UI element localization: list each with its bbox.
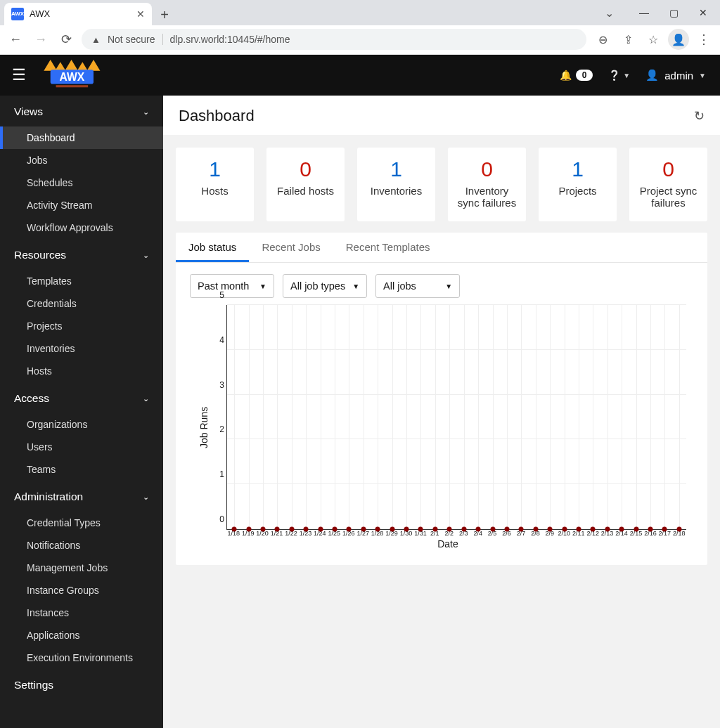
awx-logo[interactable]: AWX [39,59,105,91]
user-icon: 👤 [645,69,659,82]
chart-point [562,527,567,532]
card-label: Projects [546,185,610,197]
summary-card-inventory-sync-failures[interactable]: 0Inventory sync failures [448,148,526,221]
close-window-button[interactable]: ✕ [689,3,717,22]
sidebar-section-settings[interactable]: Settings [0,669,163,700]
chevron-down-icon: ▼ [445,282,452,290]
chart-y-tick: 0 [212,514,224,524]
sidebar-item-applications[interactable]: Applications [0,624,163,646]
separator [162,34,163,45]
hamburger-icon[interactable]: ☰ [7,66,31,84]
help-menu[interactable]: ❔ ▼ [608,70,630,81]
sidebar-section-resources[interactable]: Resources⌄ [0,239,163,270]
address-bar[interactable]: ▲ Not secure dlp.srv.world:10445/#/home [82,29,586,50]
window-controls: ⌄ — ▢ ✕ [595,3,717,22]
sidebar-item-instances[interactable]: Instances [0,602,163,624]
profile-avatar-icon[interactable]: 👤 [668,29,689,50]
close-icon[interactable]: ✕ [136,8,145,20]
notifications-button[interactable]: 🔔 0 [560,70,593,81]
tab-recent-templates[interactable]: Recent Templates [333,233,443,262]
sidebar-item-dashboard[interactable]: Dashboard [0,126,163,149]
chart-y-axis-label: Job Runs [197,305,210,550]
awx-app: ☰ AWX 🔔 0 ❔ ▼ 👤 admin ▼ [0,55,720,728]
chevron-down-icon: ⌄ [143,108,149,117]
chart-point [261,527,266,532]
sidebar-item-workflow-approvals[interactable]: Workflow Approvals [0,216,163,239]
card-label: Inventories [364,185,428,197]
filter-all-jobs[interactable]: All jobs▼ [375,274,460,298]
sidebar-item-users[interactable]: Users [0,436,163,458]
sidebar-item-activity-stream[interactable]: Activity Stream [0,194,163,216]
sidebar-item-templates[interactable]: Templates [0,270,163,292]
sidebar-item-schedules[interactable]: Schedules [0,171,163,194]
chart-point [361,527,366,532]
bookmark-icon[interactable]: ☆ [643,29,664,50]
summary-card-projects[interactable]: 1Projects [539,148,617,221]
browser-tab[interactable]: AWX AWX ✕ [4,3,152,25]
notification-badge: 0 [576,70,593,81]
chart-plot-area: 012345 [226,305,686,530]
panel-tabs: Job statusRecent JobsRecent Templates [176,233,707,263]
chart-point [432,527,437,532]
summary-card-hosts[interactable]: 1Hosts [176,148,254,221]
chart-point [591,527,596,532]
card-value: 0 [636,157,700,181]
tab-job-status[interactable]: Job status [176,233,249,262]
sidebar-section-label: Resources [14,249,66,261]
chart-point [418,527,423,532]
summary-card-project-sync-failures[interactable]: 0Project sync failures [629,148,707,221]
sidebar-item-organizations[interactable]: Organizations [0,413,163,436]
sidebar-item-instance-groups[interactable]: Instance Groups [0,579,163,602]
chart-point [519,527,524,532]
filter-row: Past month▼All job types▼All jobs▼ [176,263,707,302]
svg-marker-4 [87,60,101,71]
card-label: Failed hosts [274,185,338,197]
sidebar-item-management-jobs[interactable]: Management Jobs [0,557,163,579]
chart-point [619,527,624,532]
sidebar-section-views[interactable]: Views⌄ [0,96,163,126]
sidebar-item-notifications[interactable]: Notifications [0,534,163,557]
chart-y-tick: 5 [212,290,224,300]
chart-point [548,527,553,532]
chart-point [318,527,323,532]
maximize-button[interactable]: ▢ [660,3,688,22]
sidebar-item-teams[interactable]: Teams [0,458,163,481]
main-content: Dashboard ↻ 1Hosts0Failed hosts1Inventor… [163,96,720,728]
chart-point [289,527,294,532]
share-icon[interactable]: ⇪ [617,29,638,50]
sidebar-item-projects[interactable]: Projects [0,315,163,337]
chart-point [504,527,509,532]
chart-point [447,527,452,532]
chart-point [333,527,338,532]
job-status-panel: Job statusRecent JobsRecent Templates Pa… [176,233,707,565]
sidebar-item-credential-types[interactable]: Credential Types [0,512,163,534]
sidebar-section-access[interactable]: Access⌄ [0,382,163,413]
sidebar-item-inventories[interactable]: Inventories [0,337,163,360]
zoom-icon[interactable]: ⊖ [592,29,613,50]
sidebar-item-credentials[interactable]: Credentials [0,292,163,315]
sidebar-section-administration[interactable]: Administration⌄ [0,481,163,512]
sidebar-item-execution-environments[interactable]: Execution Environments [0,646,163,669]
chart-point [390,527,394,532]
user-menu[interactable]: 👤 admin ▼ [645,69,706,82]
sidebar-item-hosts[interactable]: Hosts [0,360,163,382]
card-value: 1 [546,157,610,181]
summary-card-inventories[interactable]: 1Inventories [357,148,435,221]
summary-card-failed-hosts[interactable]: 0Failed hosts [266,148,345,221]
kebab-menu-icon[interactable]: ⋮ [693,29,714,50]
card-label: Project sync failures [636,185,700,209]
forward-button[interactable]: → [31,30,51,49]
filter-past-month[interactable]: Past month▼ [190,274,274,298]
chevron-down-icon[interactable]: ⌄ [595,3,623,22]
tab-recent-jobs[interactable]: Recent Jobs [249,233,333,262]
browser-toolbar: ← → ⟳ ▲ Not secure dlp.srv.world:10445/#… [0,25,720,54]
minimize-button[interactable]: — [630,3,658,22]
sidebar-item-jobs[interactable]: Jobs [0,149,163,171]
history-icon[interactable]: ↻ [694,108,705,124]
back-button[interactable]: ← [6,30,25,49]
filter-all-job-types[interactable]: All job types▼ [283,274,367,298]
new-tab-button[interactable]: + [155,6,174,25]
sidebar-section-label: Settings [14,679,53,691]
reload-button[interactable]: ⟳ [56,30,76,49]
svg-marker-2 [65,60,78,71]
